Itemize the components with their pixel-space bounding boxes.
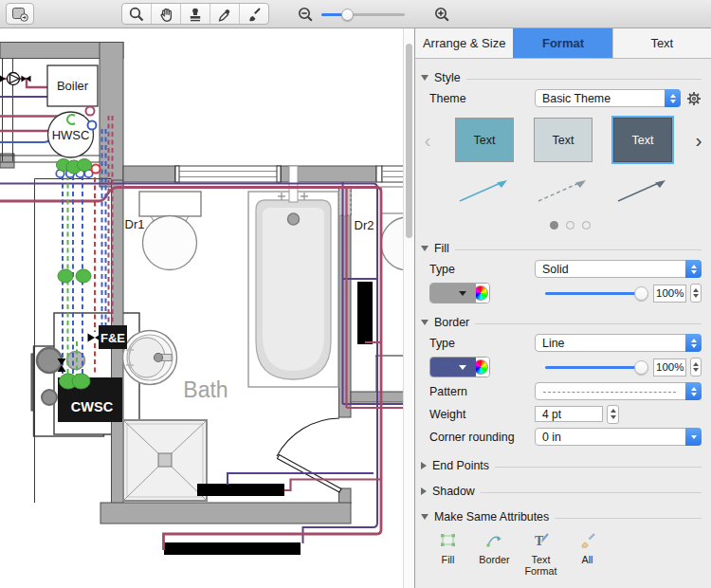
app-window: Boiler HWSC F&E CWSC Dr1 Dr2 Bath Arrang… bbox=[0, 0, 711, 588]
make-same-section-header[interactable]: Make Same Attributes bbox=[421, 510, 702, 524]
floor-plan: Boiler HWSC F&E CWSC Dr1 Dr2 Bath bbox=[0, 28, 414, 588]
canvas-scrollbar[interactable] bbox=[403, 28, 414, 588]
border-type-dropdown[interactable]: Line bbox=[535, 334, 702, 352]
text-format-attr-icon: T bbox=[531, 531, 552, 550]
stamp-tool-button[interactable] bbox=[180, 4, 210, 24]
slider-knob[interactable] bbox=[634, 360, 648, 375]
theme-swatch-1[interactable]: Text bbox=[455, 118, 514, 162]
shape-inspector-icon bbox=[9, 5, 30, 24]
zoom-tool-button[interactable] bbox=[122, 4, 151, 24]
theme-label: Theme bbox=[429, 92, 535, 105]
make-same-fill-button[interactable]: Fill bbox=[425, 531, 471, 577]
arrow-style-2[interactable] bbox=[534, 175, 592, 206]
theme-swatch-2[interactable]: Text bbox=[534, 118, 592, 162]
cwsc-valves[interactable] bbox=[60, 374, 91, 389]
page-dot-active[interactable] bbox=[550, 221, 558, 230]
disclosure-triangle-icon[interactable] bbox=[421, 246, 428, 251]
corner-rounding-dropdown[interactable]: 0 in bbox=[535, 428, 702, 446]
theme-page-dots bbox=[428, 221, 711, 230]
corner-rounding-label: Corner rounding bbox=[429, 431, 535, 444]
sink[interactable] bbox=[123, 331, 177, 385]
zoom-slider[interactable] bbox=[321, 8, 405, 21]
pattern-dropdown[interactable] bbox=[535, 382, 702, 400]
next-themes-icon[interactable]: › bbox=[692, 118, 705, 162]
prev-themes-icon[interactable]: ‹ bbox=[421, 118, 434, 162]
border-weight-row: Weight 4 pt bbox=[429, 404, 702, 424]
hwsc-label: HWSC bbox=[52, 128, 90, 142]
zoom-slider-knob[interactable] bbox=[341, 9, 354, 21]
toolbar bbox=[0, 0, 711, 28]
disclosure-triangle-icon[interactable] bbox=[421, 462, 427, 469]
fill-opacity-slider[interactable] bbox=[545, 285, 645, 301]
stamp-icon bbox=[187, 6, 204, 23]
door[interactable] bbox=[277, 418, 341, 492]
border-opacity-stepper[interactable] bbox=[690, 358, 702, 377]
scrollbar-thumb[interactable] bbox=[406, 44, 412, 238]
border-section-header[interactable]: Border bbox=[421, 316, 702, 329]
bath-label: Bath bbox=[183, 377, 228, 402]
shower[interactable] bbox=[123, 420, 207, 501]
weight-stepper[interactable] bbox=[607, 405, 619, 424]
corner-rounding-row: Corner rounding 0 in bbox=[429, 427, 702, 447]
shadow-section-header[interactable]: Shadow bbox=[421, 485, 702, 498]
eyedropper-tool-button[interactable] bbox=[210, 4, 239, 24]
disclosure-triangle-icon[interactable] bbox=[421, 320, 428, 325]
gear-icon[interactable] bbox=[686, 91, 702, 106]
stepper-icon bbox=[685, 334, 702, 352]
arrow-style-1[interactable] bbox=[455, 175, 514, 206]
style-section-header[interactable]: Style bbox=[421, 71, 702, 84]
fill-section-header[interactable]: Fill bbox=[421, 242, 702, 255]
magnifier-icon bbox=[128, 6, 145, 23]
cwsc-label: CWSC bbox=[71, 399, 114, 414]
disclosure-triangle-icon[interactable] bbox=[421, 514, 428, 520]
disclosure-triangle-icon[interactable] bbox=[421, 487, 427, 495]
slider-knob[interactable] bbox=[634, 286, 648, 301]
zoom-in-icon[interactable] bbox=[433, 6, 450, 23]
border-opacity-slider[interactable] bbox=[545, 359, 645, 375]
weight-label: Weight bbox=[429, 408, 535, 421]
make-same-all-button[interactable]: All bbox=[564, 531, 611, 577]
tools-group bbox=[121, 3, 269, 25]
fill-color-well[interactable] bbox=[429, 283, 490, 303]
theme-swatches: ‹ Text Text Text › bbox=[415, 118, 711, 162]
pan-tool-button[interactable] bbox=[151, 4, 180, 24]
theme-arrows bbox=[415, 175, 711, 206]
theme-dropdown[interactable]: Basic Theme bbox=[535, 89, 681, 107]
tab-arrange-size[interactable]: Arrange & Size bbox=[415, 28, 513, 58]
hwsc-valves[interactable] bbox=[56, 159, 100, 178]
valve-ring-maroon[interactable] bbox=[86, 107, 95, 116]
border-opacity-value[interactable]: 100% bbox=[653, 358, 686, 377]
page-dot[interactable] bbox=[582, 221, 591, 230]
pattern-label: Pattern bbox=[429, 385, 535, 398]
fill-opacity-value[interactable]: 100% bbox=[653, 285, 686, 303]
make-same-text-format-button[interactable]: T Text Format bbox=[518, 531, 564, 577]
page-dot[interactable] bbox=[566, 221, 574, 230]
svg-text:Text: Text bbox=[631, 134, 653, 147]
format-brush-tool-button[interactable] bbox=[239, 4, 268, 24]
bathtub[interactable] bbox=[248, 166, 338, 387]
border-color-well[interactable] bbox=[429, 357, 490, 377]
zoom-out-icon[interactable] bbox=[297, 6, 314, 23]
dr2-label: Dr2 bbox=[355, 218, 374, 232]
inline-valves[interactable] bbox=[58, 269, 91, 283]
weight-field[interactable]: 4 pt bbox=[535, 406, 603, 422]
fe-label: F&E bbox=[100, 331, 125, 345]
toilet-dr1[interactable] bbox=[139, 192, 201, 270]
fill-type-label: Type bbox=[429, 263, 535, 276]
shape-inspector-button[interactable] bbox=[6, 3, 34, 25]
dr1-label: Dr1 bbox=[125, 217, 145, 231]
drawing-canvas[interactable]: Boiler HWSC F&E CWSC Dr1 Dr2 Bath bbox=[0, 28, 415, 588]
disclosure-triangle-icon[interactable] bbox=[421, 75, 428, 81]
make-same-border-button[interactable]: Border bbox=[471, 531, 518, 577]
border-color-row: 100% bbox=[429, 357, 702, 377]
zoom-controls bbox=[297, 0, 450, 28]
fill-opacity-stepper[interactable] bbox=[690, 284, 702, 303]
fill-type-dropdown[interactable]: Solid bbox=[535, 260, 702, 278]
end-points-section-header[interactable]: End Points bbox=[421, 459, 702, 472]
tab-format[interactable]: Format bbox=[513, 28, 611, 58]
tab-text[interactable]: Text bbox=[612, 28, 711, 58]
theme-swatch-3-selected[interactable]: Text bbox=[613, 118, 672, 162]
fill-type-row: Type Solid bbox=[429, 259, 702, 279]
svg-text:Text: Text bbox=[553, 134, 574, 147]
arrow-style-3[interactable] bbox=[613, 175, 672, 206]
